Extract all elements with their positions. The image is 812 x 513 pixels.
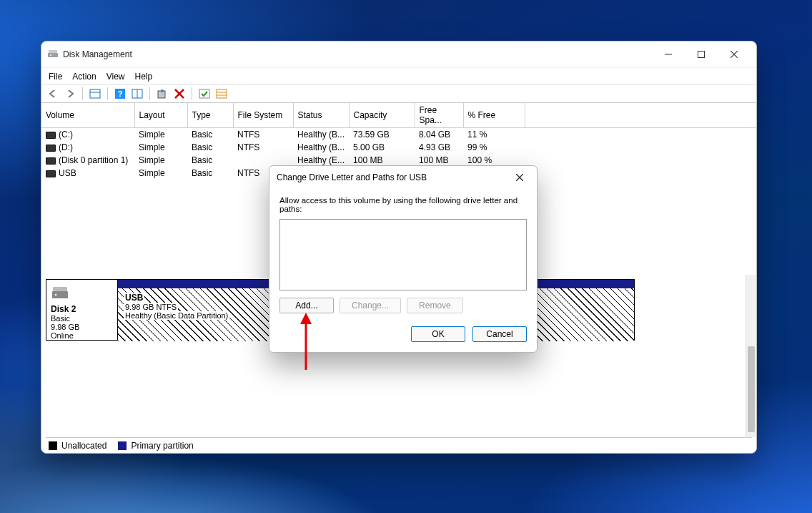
menu-action[interactable]: Action	[72, 72, 96, 82]
disk-type: Basic	[51, 314, 113, 323]
check-icon[interactable]	[197, 87, 212, 101]
table-row[interactable]: (D:)SimpleBasicNTFSHealthy (B...5.00 GB4…	[41, 141, 756, 154]
maximize-button[interactable]	[685, 43, 718, 66]
part-status: Healthy (Basic Data Partition)	[124, 311, 229, 320]
legend-primary-swatch	[118, 441, 127, 450]
delete-icon[interactable]	[172, 87, 187, 101]
ok-button[interactable]: OK	[411, 326, 465, 342]
help-icon[interactable]: ?	[113, 87, 127, 101]
legend: Unallocated Primary partition	[46, 437, 752, 453]
show-hide-icon[interactable]	[88, 87, 102, 101]
list-icon[interactable]	[214, 87, 229, 101]
col-free[interactable]: Free Spa...	[415, 103, 463, 128]
col-layout[interactable]: Layout	[134, 103, 187, 128]
svg-rect-3	[698, 52, 705, 58]
part-label: USB	[124, 293, 144, 303]
legend-primary: Primary partition	[131, 441, 193, 451]
legend-unallocated: Unallocated	[61, 441, 107, 451]
dialog-title: Change Drive Letter and Paths for USB	[277, 172, 510, 182]
col-fs[interactable]: File System	[233, 103, 293, 128]
col-volume[interactable]: Volume	[41, 103, 134, 128]
menu-file[interactable]: File	[49, 72, 62, 82]
back-icon[interactable]	[46, 87, 60, 101]
disk-name: Disk 2	[51, 304, 113, 314]
change-drive-letter-dialog: Change Drive Letter and Paths for USB Al…	[269, 165, 538, 353]
svg-point-2	[50, 54, 51, 56]
cancel-button[interactable]: Cancel	[472, 326, 527, 342]
paths-listbox[interactable]	[279, 219, 527, 290]
disk-state: Online	[51, 331, 113, 340]
svg-text:?: ?	[118, 89, 123, 98]
properties-icon[interactable]	[155, 87, 169, 101]
part-size: 9.98 GB NTFS	[124, 303, 178, 311]
col-pct[interactable]: % Free	[463, 103, 525, 128]
close-button[interactable]	[718, 43, 751, 66]
svg-rect-4	[90, 89, 100, 98]
svg-point-17	[55, 294, 57, 296]
minimize-button[interactable]	[652, 43, 685, 66]
column-headers[interactable]: Volume Layout Type File System Status Ca…	[41, 103, 756, 128]
svg-rect-1	[49, 50, 57, 53]
svg-rect-16	[53, 287, 67, 291]
disk-header: Disk 2 Basic 9.98 GB Online	[46, 280, 118, 340]
menubar: File Action View Help	[41, 67, 756, 84]
change-button[interactable]: Change...	[340, 298, 401, 313]
window-title: Disk Management	[63, 49, 132, 59]
svg-rect-11	[199, 89, 209, 98]
dialog-description: Allow access to this volume by using the…	[279, 196, 527, 213]
col-type[interactable]: Type	[187, 103, 233, 128]
svg-rect-15	[52, 291, 68, 298]
menu-view[interactable]: View	[107, 72, 125, 82]
titlebar[interactable]: Disk Management	[41, 41, 756, 67]
remove-button[interactable]: Remove	[407, 298, 463, 313]
legend-unallocated-swatch	[49, 441, 57, 450]
svg-rect-0	[48, 53, 58, 57]
col-capacity[interactable]: Capacity	[349, 103, 415, 128]
show-panes-icon[interactable]	[130, 87, 144, 101]
dialog-close-button[interactable]	[510, 170, 530, 185]
toolbar: ?	[41, 84, 756, 103]
table-row[interactable]: (C:)SimpleBasicNTFSHealthy (B...73.59 GB…	[41, 128, 756, 142]
app-icon	[47, 49, 59, 60]
add-button[interactable]: Add...	[279, 298, 334, 313]
disk-size: 9.98 GB	[51, 323, 113, 331]
col-status[interactable]: Status	[293, 103, 349, 128]
vertical-scrollbar[interactable]	[746, 275, 756, 437]
forward-icon[interactable]	[63, 87, 77, 101]
disk-icon	[51, 284, 69, 303]
svg-rect-12	[217, 89, 227, 98]
menu-help[interactable]: Help	[135, 72, 153, 82]
